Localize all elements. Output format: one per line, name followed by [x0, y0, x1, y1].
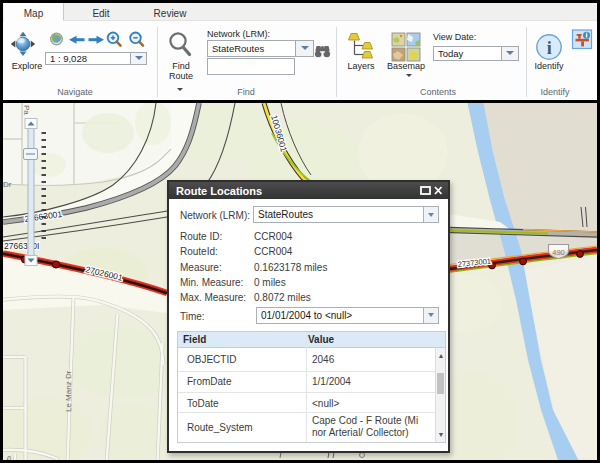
- svg-text:i: i: [547, 38, 552, 58]
- svg-text:Dr: Dr: [3, 180, 12, 189]
- svg-text:Pa: Pa: [22, 105, 31, 115]
- svg-text:Le Manz Dr: Le Manz Dr: [64, 370, 73, 412]
- svg-text:490: 490: [552, 248, 565, 257]
